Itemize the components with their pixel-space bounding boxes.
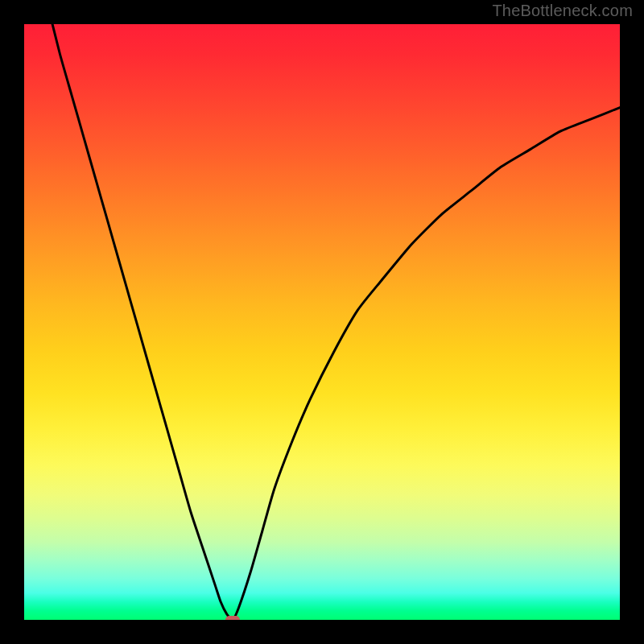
curve-svg: [24, 24, 620, 620]
watermark-text: TheBottleneck.com: [492, 2, 633, 20]
plot-area: [24, 24, 620, 620]
chart-frame: TheBottleneck.com: [0, 0, 644, 644]
optimal-point-marker: [225, 616, 240, 620]
bottleneck-curve: [24, 24, 620, 620]
